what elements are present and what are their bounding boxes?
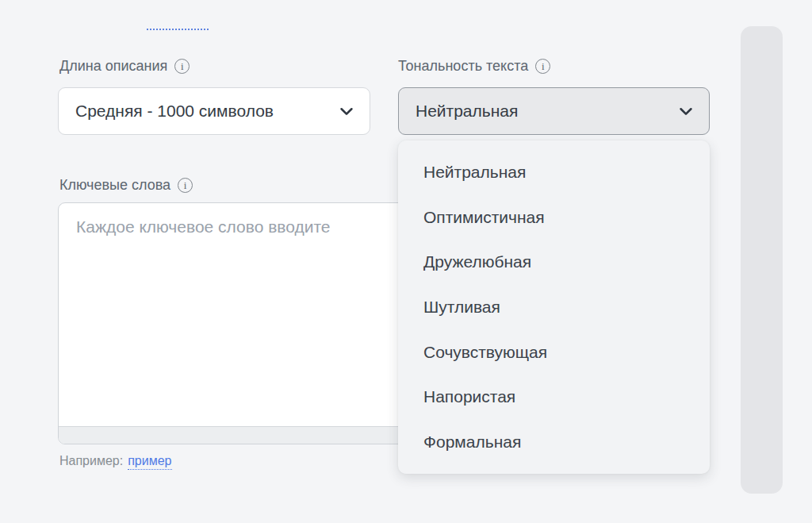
keywords-label: Ключевые слова i (59, 175, 193, 194)
tonality-value: Нейтральная (416, 102, 518, 121)
description-length-value: Средняя - 1000 символов (75, 102, 274, 121)
info-icon[interactable]: i (178, 178, 193, 193)
keywords-hint: Например: пример (59, 454, 172, 470)
info-icon[interactable]: i (174, 59, 190, 74)
keywords-label-text: Ключевые слова (59, 177, 170, 194)
description-length-label: Длина описания i (59, 56, 190, 75)
tonality-option-optimistic[interactable]: Оптимистичная (398, 195, 710, 240)
chevron-down-icon (677, 102, 695, 120)
tonality-label: Тональность текста i (398, 56, 550, 75)
description-length-label-text: Длина описания (59, 58, 167, 75)
tonality-option-joking[interactable]: Шутливая (398, 285, 710, 330)
hint-prefix: Например: (59, 454, 123, 468)
tonality-option-sympathetic[interactable]: Сочувствующая (398, 329, 710, 375)
tonality-option-assertive[interactable]: Напористая (398, 375, 710, 420)
tonality-dropdown-panel: Нейтральная Оптимистичная Дружелюбная Шу… (398, 140, 710, 474)
description-length-select[interactable]: Средняя - 1000 символов (58, 87, 370, 135)
chevron-down-icon (338, 102, 355, 120)
tonality-label-text: Тональность текста (398, 58, 528, 75)
tonality-select[interactable]: Нейтральная (398, 87, 710, 135)
tonality-option-formal[interactable]: Формальная (398, 419, 710, 464)
side-panel-edge (741, 26, 783, 494)
hint-example-link[interactable]: пример (128, 454, 171, 470)
tonality-option-friendly[interactable]: Дружелюбная (398, 240, 710, 285)
truncated-dashed-link-underline[interactable] (147, 22, 209, 30)
info-icon[interactable]: i (535, 59, 550, 74)
tonality-option-neutral[interactable]: Нейтральная (398, 150, 710, 195)
